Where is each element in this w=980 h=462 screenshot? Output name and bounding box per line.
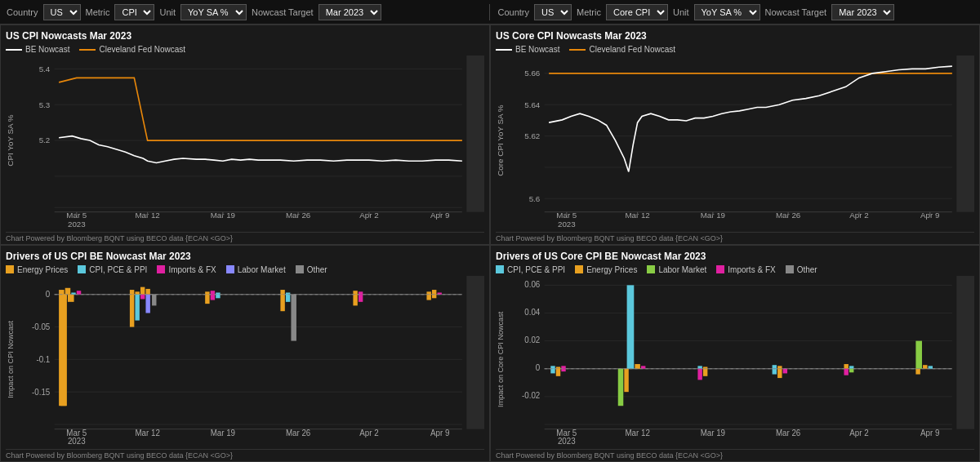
svg-rect-143 xyxy=(624,368,628,391)
svg-text:0: 0 xyxy=(536,362,541,371)
core-cpi-drivers-chart: 0.06 0.04 0.02 0 -0.02 Impact on Core CP… xyxy=(496,276,974,447)
svg-text:CPI YoY SA %: CPI YoY SA % xyxy=(6,114,15,167)
svg-rect-110 xyxy=(496,276,974,447)
unit-label-left: Unit xyxy=(159,7,176,17)
cpi-drivers-chart: 0 -0.05 -0.1 -0.15 Impact on CPI Nowcast… xyxy=(6,276,484,447)
legend-core-be-nowcast: BE Nowcast xyxy=(496,45,559,54)
svg-text:0.04: 0.04 xyxy=(524,307,540,316)
svg-rect-97 xyxy=(280,294,284,310)
cpi-drivers-footer: Chart Powered by Bloomberg BQNT using BE… xyxy=(6,449,484,460)
svg-text:5.2: 5.2 xyxy=(39,135,51,144)
svg-text:2023: 2023 xyxy=(68,436,86,445)
svg-text:5.4: 5.4 xyxy=(39,64,51,73)
top-bar: Country US Metric CPI Unit YoY SA % Nowc… xyxy=(0,0,980,24)
cpi-nowcast-footer: Chart Powered by Bloomberg BQNT using BE… xyxy=(6,232,484,242)
svg-rect-135 xyxy=(561,366,565,368)
svg-rect-0 xyxy=(6,56,484,230)
svg-rect-76 xyxy=(65,287,71,294)
cpi-drivers-title: Drivers of US CPI BE Nowcast Mar 2023 xyxy=(6,251,484,262)
svg-rect-157 xyxy=(915,340,922,368)
legend-imports: Imports & FX xyxy=(157,265,216,274)
core-energy-label: Energy Prices xyxy=(586,265,637,274)
unit-select-right[interactable]: YoY SA % xyxy=(694,4,760,20)
core-cpi-drivers-footer: Chart Powered by Bloomberg BQNT using BE… xyxy=(496,449,974,460)
unit-label-right: Unit xyxy=(673,7,689,17)
cpi-drivers-legend: Energy Prices CPI, PCE & PPI Imports & F… xyxy=(6,265,484,274)
legend-core-cleveland-nowcast: Cleveland Fed Nowcast xyxy=(569,45,675,54)
energy-icon xyxy=(6,265,14,273)
metric-select-left[interactable]: CPI xyxy=(114,4,154,20)
svg-text:2023: 2023 xyxy=(558,436,576,445)
country-select-left[interactable]: US xyxy=(43,4,81,20)
unit-select-left[interactable]: YoY SA % xyxy=(180,4,247,20)
svg-text:Apr 9: Apr 9 xyxy=(920,428,940,437)
energy-label: Energy Prices xyxy=(17,265,68,274)
svg-text:-0.05: -0.05 xyxy=(32,322,51,331)
nowcast-select-left[interactable]: Mar 2023 xyxy=(318,4,381,20)
svg-rect-92 xyxy=(205,294,209,303)
svg-rect-81 xyxy=(135,291,139,294)
cpi-pce-label: CPI, PCE & PPI xyxy=(89,265,147,274)
legend-cleveland-nowcast: Cleveland Fed Nowcast xyxy=(79,45,185,54)
core-labor-label: Labor Market xyxy=(658,265,706,274)
cpi-pce-icon xyxy=(78,265,86,273)
core-cleveland-nowcast-label: Cleveland Fed Nowcast xyxy=(589,45,675,54)
svg-rect-140 xyxy=(635,364,640,369)
svg-text:0: 0 xyxy=(46,290,51,299)
country-select-right[interactable]: US xyxy=(534,4,572,20)
panel-cpi-drivers: Drivers of US CPI BE Nowcast Mar 2023 En… xyxy=(0,245,490,462)
core-cpi-drivers-title: Drivers of US Core CPI BE Nowcast Mar 20… xyxy=(496,251,974,262)
svg-text:0.06: 0.06 xyxy=(524,279,540,288)
svg-rect-95 xyxy=(280,290,284,295)
svg-text:Mar 12: Mar 12 xyxy=(625,428,650,437)
svg-rect-89 xyxy=(205,291,209,294)
svg-rect-100 xyxy=(353,291,357,295)
legend-cpi-pce: CPI, PCE & PPI xyxy=(78,265,147,274)
other-label: Other xyxy=(307,265,327,274)
svg-rect-141 xyxy=(641,366,645,368)
core-cpi-nowcast-svg: 5.66 5.64 5.62 5.6 Core CPI YoY SA % Mar… xyxy=(496,56,974,230)
core-other-label: Other xyxy=(797,265,817,274)
svg-text:-0.1: -0.1 xyxy=(36,354,50,363)
metric-select-right[interactable]: Core CPI xyxy=(606,4,668,20)
metric-label-right: Metric xyxy=(577,7,601,17)
svg-rect-144 xyxy=(697,366,702,368)
svg-rect-139 xyxy=(627,285,635,368)
svg-rect-101 xyxy=(359,291,363,294)
svg-rect-149 xyxy=(777,366,782,368)
main-grid: US CPI Nowcasts Mar 2023 BE Nowcast Clev… xyxy=(0,24,980,462)
svg-rect-79 xyxy=(59,294,66,405)
right-controls: Country US Metric Core CPI Unit YoY SA %… xyxy=(489,4,974,20)
svg-rect-104 xyxy=(426,291,430,294)
core-cpi-nowcast-chart: 5.66 5.64 5.62 5.6 Core CPI YoY SA % Mar… xyxy=(496,56,974,230)
core-be-nowcast-line-icon xyxy=(496,49,512,51)
legend-core-cpi-pce: CPI, PCE & PPI xyxy=(496,265,565,274)
svg-text:Impact on CPI Nowcast: Impact on CPI Nowcast xyxy=(7,320,15,398)
svg-text:0.02: 0.02 xyxy=(524,335,540,344)
legend-core-energy: Energy Prices xyxy=(575,265,637,274)
panel-core-cpi-nowcast: US Core CPI Nowcasts Mar 2023 BE Nowcast… xyxy=(490,24,980,245)
svg-text:-0.02: -0.02 xyxy=(522,391,541,400)
svg-rect-111 xyxy=(956,276,974,429)
svg-rect-73 xyxy=(68,294,74,301)
svg-rect-88 xyxy=(152,294,156,305)
svg-rect-138 xyxy=(561,368,565,371)
core-cleveland-nowcast-line-icon xyxy=(569,49,586,51)
core-imports-label: Imports & FX xyxy=(728,265,775,274)
svg-rect-148 xyxy=(773,365,777,369)
svg-text:2023: 2023 xyxy=(68,220,86,229)
svg-rect-136 xyxy=(550,368,555,373)
svg-rect-1 xyxy=(466,56,484,212)
svg-rect-137 xyxy=(556,368,560,375)
nowcast-select-right[interactable]: Mar 2023 xyxy=(831,4,894,20)
legend-energy: Energy Prices xyxy=(6,265,68,274)
cpi-drivers-svg: 0 -0.05 -0.1 -0.15 Impact on CPI Nowcast… xyxy=(6,276,484,447)
nowcast-label-right: Nowcast Target xyxy=(765,7,827,17)
svg-rect-150 xyxy=(773,368,777,374)
panel-cpi-nowcast: US CPI Nowcasts Mar 2023 BE Nowcast Clev… xyxy=(0,24,490,245)
svg-rect-93 xyxy=(211,294,215,300)
svg-rect-153 xyxy=(844,364,848,369)
left-controls: Country US Metric CPI Unit YoY SA % Nowc… xyxy=(7,4,483,20)
svg-rect-82 xyxy=(140,287,145,294)
svg-text:Mar 19: Mar 19 xyxy=(701,428,726,437)
